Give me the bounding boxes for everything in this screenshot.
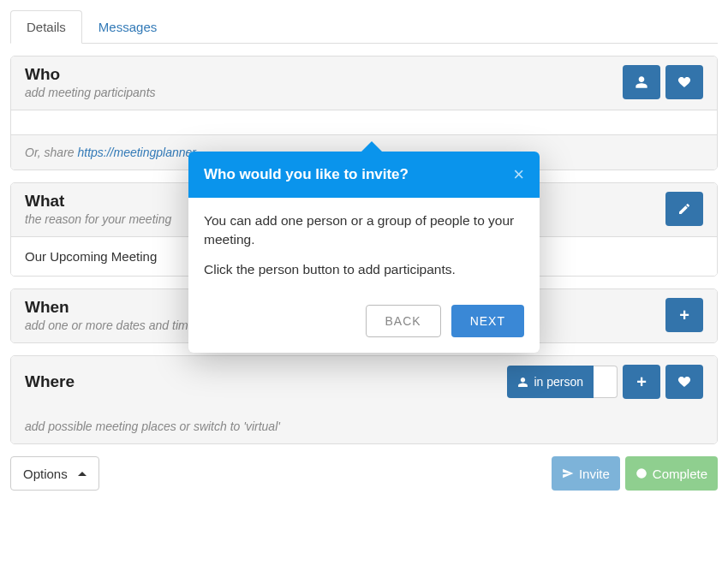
pencil-icon <box>677 202 691 216</box>
add-participant-button[interactable] <box>623 65 660 99</box>
where-mode-label: in person <box>534 375 583 389</box>
popover-close-button[interactable]: × <box>513 164 524 186</box>
complete-button[interactable]: Complete <box>625 456 718 491</box>
paper-plane-icon <box>562 467 574 479</box>
where-mode-button[interactable]: in person <box>507 366 594 398</box>
popover-body: You can add one person or a group of peo… <box>188 198 540 293</box>
where-mode-caret[interactable] <box>594 366 618 398</box>
options-button[interactable]: Options <box>10 456 99 491</box>
where-sub: add possible meeting places or switch to… <box>11 409 717 443</box>
complete-label: Complete <box>653 467 707 481</box>
share-link[interactable]: https://meetingplanner... <box>77 146 206 159</box>
tab-details[interactable]: Details <box>10 10 82 44</box>
what-title: What <box>25 192 171 211</box>
who-sub: add meeting participants <box>25 86 156 99</box>
tab-messages[interactable]: Messages <box>82 10 173 44</box>
invite-label: Invite <box>579 467 610 481</box>
plus-icon: + <box>679 306 689 324</box>
edit-subject-button[interactable] <box>665 192 703 226</box>
favorite-where-button[interactable] <box>665 365 703 399</box>
add-place-button[interactable]: + <box>623 365 660 399</box>
popover-p2: Click the person button to add participa… <box>204 260 524 279</box>
heart-icon <box>677 375 691 389</box>
user-icon <box>517 377 528 388</box>
share-prefix: Or, share <box>25 146 77 159</box>
who-body <box>11 110 717 134</box>
panel-where: Where in person + add possible meeting p… <box>10 355 718 444</box>
bottom-bar: Options Invite Complete <box>10 456 718 491</box>
options-label: Options <box>23 467 68 481</box>
what-sub: the reason for your meeting <box>25 212 171 226</box>
clock-icon <box>636 467 647 479</box>
where-mode-dropdown[interactable]: in person <box>507 366 618 398</box>
add-time-button[interactable]: + <box>665 298 703 332</box>
popover-next-button[interactable]: NEXT <box>451 305 524 337</box>
heart-icon <box>677 75 691 89</box>
plus-icon: + <box>636 373 647 390</box>
popover-back-button[interactable]: BACK <box>366 305 441 337</box>
invite-button[interactable]: Invite <box>552 456 620 491</box>
popover-title: Who would you like to invite? <box>204 166 409 183</box>
favorite-who-button[interactable] <box>665 65 703 99</box>
close-icon: × <box>513 164 524 185</box>
onboarding-popover: Who would you like to invite? × You can … <box>188 152 540 353</box>
caret-up-icon <box>78 472 87 476</box>
tabs: Details Messages <box>10 10 718 44</box>
who-title: Who <box>25 65 156 84</box>
user-icon <box>635 75 648 89</box>
popover-p1: You can add one person or a group of peo… <box>204 211 524 250</box>
where-title: Where <box>25 372 75 391</box>
